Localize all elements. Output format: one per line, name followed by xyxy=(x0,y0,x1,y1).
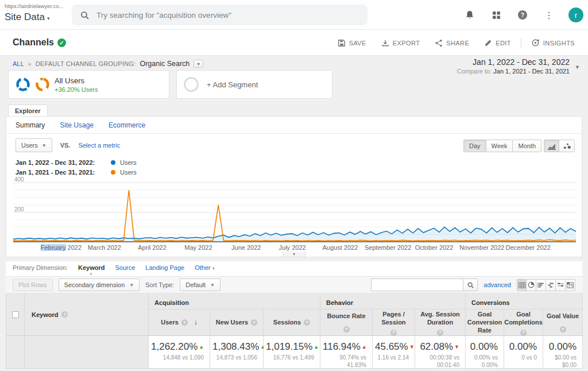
view-comparison-icon[interactable] xyxy=(546,279,556,291)
metric-cell-avg-session-duration: 62.08%▼00:00:38 vs 00:01:40 xyxy=(415,336,466,368)
column-label: Goal Value xyxy=(547,312,579,320)
column-header-avg-session-duration[interactable]: Avg. Session Duration? xyxy=(415,310,466,336)
avatar[interactable]: r xyxy=(568,7,583,22)
chart-plot-area[interactable] xyxy=(13,180,576,243)
export-button[interactable]: EXPORT xyxy=(374,36,427,51)
save-button[interactable]: SAVE xyxy=(330,36,374,51)
select-metric-link[interactable]: Select a metric xyxy=(78,142,120,149)
subtab-site-usage[interactable]: Site Usage xyxy=(60,121,94,129)
date-range-compare: Compare to: Jan 1, 2021 - Dec 31, 2021 xyxy=(457,68,570,75)
primary-dimension-bar: Primary Dimension: Keyword ▲ Source Land… xyxy=(13,264,215,271)
help-icon[interactable]: ? xyxy=(304,319,310,326)
line-chart-toggle-icon[interactable] xyxy=(544,140,559,152)
metric-cell-goal-value: 0.00%$0.00 vs $0.00 xyxy=(543,336,583,368)
metric-value: 45.65%▼ xyxy=(375,341,409,353)
column-header-pages-session[interactable]: Pages / Session? xyxy=(373,310,415,336)
help-icon[interactable]: ? xyxy=(181,319,188,326)
advanced-search-link[interactable]: advanced xyxy=(483,281,511,288)
edit-icon xyxy=(484,39,492,47)
select-all-cell xyxy=(6,293,25,336)
keyword-header-label: Keyword xyxy=(32,311,58,318)
kebab-menu-icon[interactable]: ⋮ xyxy=(542,8,556,22)
share-button[interactable]: SHARE xyxy=(427,36,477,51)
column-header-new-users[interactable]: New Users? xyxy=(210,310,264,336)
help-icon[interactable]: ? xyxy=(520,330,527,336)
global-search-input[interactable] xyxy=(96,11,359,20)
granularity-month[interactable]: Month xyxy=(513,140,541,152)
subtab-summary[interactable]: Summary xyxy=(16,121,45,129)
metric-dropdown[interactable]: Users ▼ xyxy=(16,138,52,152)
column-label: Goal Completions xyxy=(504,311,543,327)
metric-value-text: 45.65% xyxy=(375,341,408,352)
date-range-primary: Jan 1, 2022 - Dec 31, 2022 xyxy=(457,57,570,67)
column-header-goal-value[interactable]: Goal Value? xyxy=(543,310,583,336)
notifications-bell-icon[interactable] xyxy=(463,8,477,22)
view-term-cloud-icon[interactable] xyxy=(556,279,566,291)
help-icon[interactable]: ? xyxy=(343,326,350,333)
help-icon[interactable]: ? xyxy=(390,330,397,336)
column-header-keyword[interactable]: Keyword? xyxy=(25,293,149,336)
column-label: Avg. Session Duration xyxy=(417,311,463,327)
export-icon xyxy=(381,39,389,47)
secondary-dimension-dropdown[interactable]: Secondary dimension ▼ xyxy=(59,279,140,291)
metric-value-text: 1,308.43% xyxy=(212,341,259,352)
segment-all-users[interactable]: All Users +36.20% Users xyxy=(8,70,169,99)
save-icon xyxy=(338,39,346,47)
insights-button[interactable]: INSIGHTS xyxy=(524,36,582,51)
plot-rows-button[interactable]: Plot Rows xyxy=(13,279,53,291)
column-header-bounce-rate[interactable]: Bounce Rate? xyxy=(320,310,373,336)
sort-desc-icon: ↓ xyxy=(194,318,198,327)
column-header-goal-completions[interactable]: Goal Completions? xyxy=(504,310,543,336)
view-percentage-icon[interactable] xyxy=(527,279,536,291)
dimension-source-link[interactable]: Source xyxy=(115,264,135,271)
column-header-sessions[interactable]: Sessions? xyxy=(264,310,320,336)
view-performance-icon[interactable] xyxy=(536,279,546,291)
help-icon[interactable]: ? xyxy=(560,326,566,333)
view-table-icon[interactable] xyxy=(517,279,527,291)
metric-value: 0.00% xyxy=(546,341,577,353)
help-icon[interactable]: ? xyxy=(61,311,68,318)
chevron-down-icon: ▾ xyxy=(212,266,215,271)
granularity-day[interactable]: Day xyxy=(463,140,486,152)
dimension-keyword-label: Keyword xyxy=(78,264,105,271)
metric-value: 0.00% xyxy=(506,341,537,353)
apps-grid-icon[interactable] xyxy=(489,8,503,22)
granularity-week[interactable]: Week xyxy=(486,140,513,152)
help-icon[interactable]: ? xyxy=(516,8,529,22)
table-search-button[interactable] xyxy=(463,279,478,291)
action-label: EXPORT xyxy=(393,40,420,47)
metric-cell-new-users: 1,308.43%▲14,873 vs 1,056 xyxy=(210,336,264,368)
global-search[interactable] xyxy=(72,5,368,25)
actions-separator xyxy=(521,38,521,48)
help-icon[interactable]: ? xyxy=(251,319,257,326)
motion-chart-toggle-icon[interactable] xyxy=(559,140,575,152)
add-segment-button[interactable]: + Add Segment xyxy=(176,70,332,99)
column-label: Bounce Rate xyxy=(327,312,365,320)
x-axis-month-label: December 2022 xyxy=(497,244,560,251)
legend-series-label: Users xyxy=(120,159,137,166)
metric-value-text: 0.00% xyxy=(509,341,537,352)
top-bar: https://airdrielawyer.co... Site Data ▾ … xyxy=(0,0,588,30)
select-all-checkbox[interactable] xyxy=(12,311,19,318)
dimension-landing-page-link[interactable]: Landing Page xyxy=(145,264,184,271)
date-range-picker[interactable]: Jan 1, 2022 - Dec 31, 2022 Compare to: J… xyxy=(457,57,580,75)
table-search-input[interactable] xyxy=(371,279,463,291)
tab-explorer[interactable]: Explorer xyxy=(8,105,48,117)
channel-grouping-dropdown[interactable]: ▼ xyxy=(194,60,203,68)
timeseries-chart[interactable]: 200400February 2022March 2022April 2022M… xyxy=(13,180,576,256)
edit-button[interactable]: EDIT xyxy=(477,36,519,51)
column-header-users[interactable]: Users?↓ xyxy=(149,310,210,336)
primary-dimension-label: Primary Dimension: xyxy=(13,264,68,271)
dimension-other-dropdown[interactable]: Other ▾ xyxy=(195,264,215,271)
sort-type-dropdown[interactable]: Default ▼ xyxy=(180,279,220,291)
view-pivot-icon[interactable] xyxy=(566,279,575,291)
column-header-goal-conversion-rate[interactable]: Goal Conversion Rate? xyxy=(466,310,504,336)
subtab-ecommerce[interactable]: Ecommerce xyxy=(109,121,145,129)
property-selector[interactable]: Site Data ▾ xyxy=(5,11,49,23)
report-header: Channels ✓ SAVEEXPORTSHAREEDITINSIGHTS xyxy=(0,30,588,56)
breadcrumb-all-link[interactable]: ALL xyxy=(13,60,24,67)
help-icon[interactable]: ? xyxy=(437,330,443,336)
dimension-keyword[interactable]: Keyword ▲ xyxy=(78,264,105,271)
chart-collapse-tab[interactable]: ▼ xyxy=(283,251,305,257)
column-label: Pages / Session xyxy=(375,311,412,327)
